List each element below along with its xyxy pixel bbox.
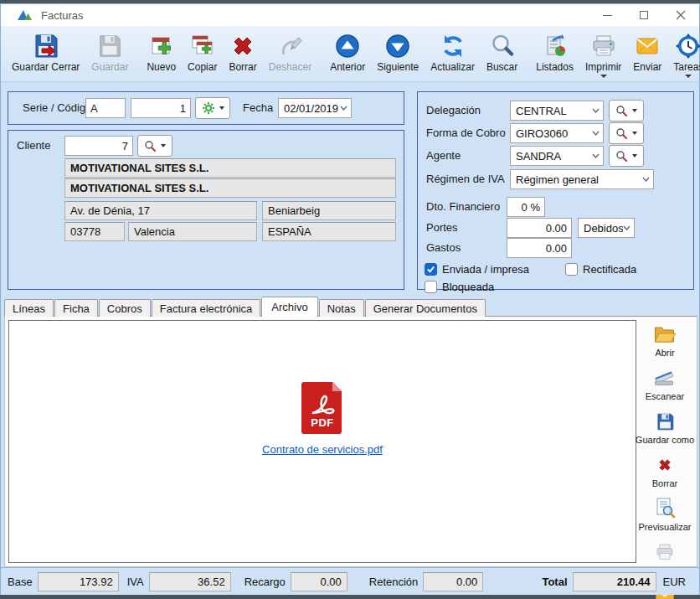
toolbar-actualizar-button[interactable]: Actualizar [425, 29, 481, 73]
codigo-input[interactable] [131, 98, 191, 118]
checkbox-unchecked-icon [565, 263, 578, 276]
iva-field: 36.52 [149, 572, 231, 591]
search-icon [489, 31, 516, 60]
close-button[interactable] [662, 4, 699, 26]
fecha-combobox[interactable]: 02/01/2019 [278, 98, 352, 118]
cliente-nombre-comercial-field: MOTIVATIONAL SITES S.L. [64, 158, 396, 178]
toolbar-borrar-button[interactable]: Borrar [223, 29, 262, 73]
tab-ficha[interactable]: Ficha [54, 299, 98, 317]
toolbar-siguiente-button[interactable]: Siguiente [371, 29, 425, 73]
agente-combobox[interactable]: SANDRA [510, 146, 604, 166]
toolbar-label: Siguiente [377, 61, 419, 73]
cliente-direccion-field: Av. de Dénia, 17 [64, 201, 257, 220]
borrar-archivo-button[interactable]: Borrar [652, 454, 678, 488]
toolbar-nuevo-button[interactable]: Nuevo [141, 29, 182, 73]
toolbar-imprimir-button[interactable]: Imprimir [579, 29, 627, 78]
tab-notas[interactable]: Notas [319, 299, 364, 317]
codigo-options-button[interactable] [195, 97, 230, 119]
refresh-icon [440, 31, 466, 60]
toolbar-label: Enviar [633, 61, 661, 73]
save-icon [97, 31, 122, 60]
file-link[interactable]: Contrato de servicios.pdf [262, 443, 383, 456]
toolbar-label: Anterior [330, 61, 365, 73]
cliente-codigo-input[interactable] [64, 136, 133, 156]
toolbar-label: Listados [536, 61, 574, 73]
bloqueada-checkbox[interactable]: Bloqueada [425, 279, 494, 294]
toolbar-guardar-button: Guardar [85, 29, 134, 73]
serie-input[interactable] [85, 98, 126, 118]
magnifier-icon [615, 150, 628, 163]
agente-label: Agente [426, 146, 461, 166]
magnifier-icon [615, 127, 628, 140]
gastos-label: Gastos [426, 238, 461, 258]
toolbar-label: Nuevo [147, 61, 176, 73]
cliente-pais-field: ESPAÑA [262, 222, 396, 241]
close-icon [676, 10, 686, 20]
next-record-icon [384, 31, 411, 60]
background-strip-bottom [0, 595, 700, 599]
gastos-input[interactable] [507, 238, 572, 258]
rectificada-checkbox[interactable]: Rectificada [565, 261, 636, 276]
delegacion-label: Delegación [426, 101, 481, 121]
forma-cobro-value: GIRO3060 [516, 127, 592, 140]
fecha-label: Fecha [243, 98, 273, 118]
forma-cobro-combobox[interactable]: GIRO3060 [510, 123, 604, 143]
save-as-icon [656, 411, 675, 432]
delegacion-combobox[interactable]: CENTRAL [510, 101, 604, 121]
totals-bar: Base 173.92 IVA 36.52 Recargo 0.00 Reten… [1, 567, 699, 595]
chevron-down-icon [340, 106, 347, 111]
portes-input[interactable] [507, 218, 572, 238]
toolbar-buscar-button[interactable]: Buscar [481, 29, 523, 73]
toolbar-listados-button[interactable]: Listados [530, 29, 579, 73]
title-bar: Facturas [1, 4, 699, 26]
cliente-lookup-button[interactable] [137, 135, 172, 157]
gear-icon [202, 101, 215, 115]
tab-cobros[interactable]: Cobros [99, 299, 151, 317]
abrir-button[interactable]: Abrir [654, 323, 677, 358]
escanear-button[interactable]: Escanear [646, 367, 684, 401]
portes-label: Portes [426, 218, 458, 238]
previsualizar-button[interactable]: Previsualizar [639, 498, 692, 532]
toolbar-enviar-button[interactable]: Enviar [627, 29, 667, 73]
delegacion-lookup-button[interactable] [609, 100, 644, 121]
action-label: Borrar [652, 478, 678, 488]
currency-label: EUR [663, 576, 686, 588]
delegacion-value: CENTRAL [516, 105, 592, 117]
chevron-down-icon [592, 153, 600, 158]
base-field: 173.92 [38, 572, 119, 591]
tab-archivo[interactable]: Archivo [261, 297, 317, 317]
portes-tipo-combobox[interactable]: Debidos [578, 218, 635, 238]
guardar-como-button[interactable]: Guardar como [636, 411, 694, 445]
toolbar-guardar-cerrar-button[interactable]: Guardar Cerrar [6, 29, 85, 73]
tab-factura-electronica[interactable]: Factura electrónica [152, 299, 261, 317]
chevron-down-icon [592, 131, 600, 136]
dto-financiero-input[interactable] [507, 197, 545, 217]
forma-cobro-lookup-button[interactable] [609, 122, 644, 144]
tab-lineas[interactable]: Líneas [4, 299, 54, 317]
maximize-button[interactable] [625, 4, 662, 26]
checkbox-unchecked-icon [425, 281, 437, 293]
toolbar-anterior-button[interactable]: Anterior [324, 29, 371, 73]
undo-icon [276, 31, 303, 60]
toolbar-copiar-button[interactable]: Copiar [182, 29, 223, 73]
dropdown-caret-icon [219, 106, 224, 110]
cliente-provincia-field: Valencia [128, 222, 257, 241]
minimize-button[interactable] [589, 4, 625, 26]
cliente-poblacion-field: Beniarbeig [262, 201, 396, 220]
facturas-window: Facturas Guardar Cerrar Guardar [0, 3, 700, 595]
chevron-down-icon [642, 177, 650, 182]
file-list-panel: PDF Contrato de servicios.pdf [8, 320, 636, 563]
previous-record-icon [334, 31, 361, 60]
magnifier-icon [615, 105, 628, 117]
toolbar-tareas-button[interactable]: Tareas [667, 29, 700, 78]
dropdown-caret-icon [161, 144, 166, 147]
toolbar-label: Deshacer [269, 61, 311, 73]
agente-lookup-button[interactable] [609, 145, 644, 167]
regimen-iva-combobox[interactable]: Régimen general [510, 169, 654, 189]
app-logo-icon [16, 8, 33, 22]
tab-generar-documentos[interactable]: Generar Documentos [365, 299, 486, 317]
enviada-impresa-checkbox[interactable]: Enviada / impresa [425, 261, 529, 276]
chevron-down-icon [592, 108, 600, 113]
file-item[interactable]: PDF Contrato de servicios.pdf [262, 381, 383, 456]
recargo-label: Recargo [244, 576, 286, 588]
